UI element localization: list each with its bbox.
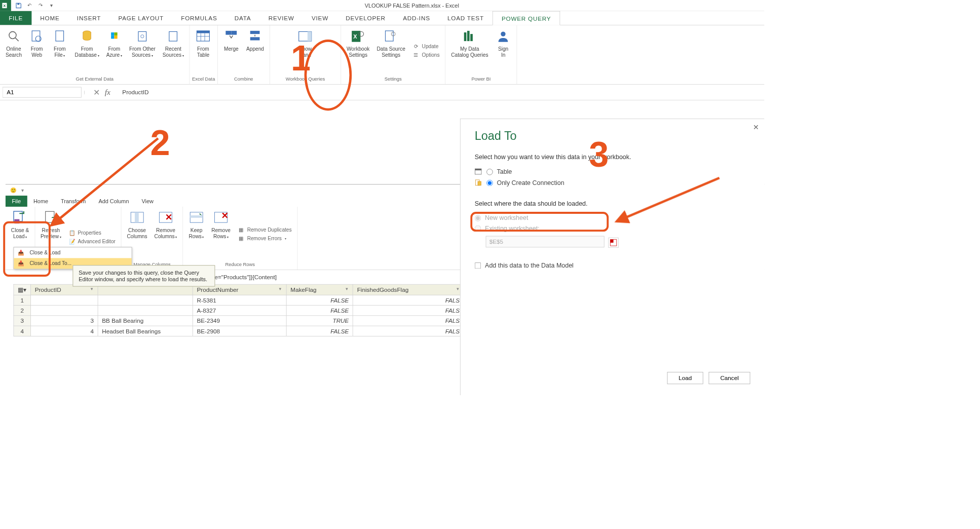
svg-text:X: X [353, 33, 357, 40]
pq-tab-file[interactable]: File [6, 196, 27, 207]
tab-page-layout[interactable]: PAGE LAYOUT [109, 11, 172, 25]
remove-duplicates-button[interactable]: ▦Remove Duplicates [238, 226, 292, 234]
table-row[interactable]: 44Headset Ball BearingsBE-2908FALSEFALS [14, 326, 464, 336]
filter-icon[interactable]: ▼ [90, 286, 94, 291]
database-icon [79, 28, 95, 44]
filter-icon[interactable]: ▼ [278, 286, 282, 291]
remove-duplicates-icon: ▦ [238, 226, 245, 234]
load-to-panel: ✕ Load To Select how you want to view th… [460, 119, 765, 395]
data-source-settings-button[interactable]: Data Source Settings [373, 27, 408, 74]
table-icon [475, 168, 483, 176]
tab-file[interactable]: FILE [0, 11, 31, 25]
cancel-formula-icon[interactable]: ✕ [93, 88, 100, 97]
tab-view[interactable]: VIEW [303, 11, 337, 25]
append-icon [247, 28, 263, 44]
from-web-button[interactable]: From Web [26, 27, 48, 74]
remove-errors-button[interactable]: ▦Remove Errors ▾ [238, 235, 292, 242]
annotation-number-1: 1 [291, 38, 311, 79]
svg-rect-16 [169, 31, 177, 41]
col-header-makeflag[interactable]: MakeFlag▼ [286, 284, 353, 295]
ribbon-tabs: FILE HOME INSERT PAGE LAYOUT FORMULAS DA… [0, 11, 765, 25]
fx-icon[interactable]: fx [105, 88, 110, 97]
merge-button[interactable]: Merge [220, 27, 243, 74]
remove-rows-button[interactable]: Remove Rows▾ [208, 208, 234, 260]
excel-logo: X [0, 0, 11, 11]
tab-home[interactable]: HOME [31, 11, 68, 25]
svg-rect-33 [464, 32, 467, 41]
name-box[interactable] [3, 87, 82, 98]
my-data-catalog-button[interactable]: My Data Catalog Queries [448, 27, 492, 74]
advanced-editor-icon: 📝 [68, 238, 76, 245]
col-header-finishedgoods[interactable]: FinishedGoodsFlag▼ [353, 284, 464, 295]
load-to-title: Load To [475, 129, 750, 143]
tab-data[interactable]: DATA [226, 11, 260, 25]
close-icon[interactable]: ✕ [753, 123, 759, 132]
window-title: VLOOKUP FALSE Pattern.xlsx - Excel [59, 2, 765, 8]
tab-formulas[interactable]: FORMULAS [172, 11, 226, 25]
other-sources-icon [134, 28, 150, 44]
web-icon [29, 28, 45, 44]
qat-undo-icon[interactable]: ↶ [25, 1, 34, 10]
qat-dropdown-icon[interactable]: ▾ [48, 1, 56, 10]
table-row[interactable]: 1R-5381FALSEFALS [14, 295, 464, 305]
data-source-icon [383, 28, 399, 44]
table-row[interactable]: 2A-8327FALSEFALS [14, 306, 464, 316]
svg-line-56 [51, 138, 158, 225]
checkbox-data-model[interactable]: Add this data to the Data Model [475, 262, 750, 269]
svg-rect-3 [17, 3, 19, 5]
from-azure-button[interactable]: From Azure▾ [103, 27, 125, 74]
grid-corner[interactable]: ▦▾ [14, 284, 31, 295]
svg-rect-47 [215, 212, 228, 222]
filter-icon[interactable]: ▼ [345, 286, 349, 291]
svg-rect-14 [138, 31, 146, 41]
svg-rect-25 [250, 37, 260, 40]
advanced-editor-button[interactable]: 📝Advanced Editor [68, 238, 116, 245]
tab-developer[interactable]: DEVELOPER [337, 11, 394, 25]
svg-rect-22 [225, 31, 231, 35]
filter-icon[interactable]: ▼ [456, 286, 460, 291]
svg-point-36 [501, 31, 505, 36]
smiley-icon[interactable]: 🙂 [10, 187, 16, 193]
cancel-button[interactable]: Cancel [709, 372, 750, 384]
table-row[interactable]: 33BB Ball BearingBE-2349TRUEFALS [14, 316, 464, 326]
from-table-button[interactable]: From Table [192, 27, 214, 74]
group-label-combine: Combine [220, 74, 268, 84]
update-icon: ⟳ [412, 43, 420, 50]
svg-line-5 [15, 38, 18, 41]
svg-rect-12 [111, 35, 114, 39]
svg-rect-11 [114, 32, 117, 35]
qat-redo-icon[interactable]: ↷ [36, 1, 45, 10]
append-button[interactable]: Append [243, 27, 267, 74]
tab-load-test[interactable]: LOAD TEST [439, 11, 493, 25]
load-button[interactable]: Load [667, 372, 703, 384]
tab-power-query[interactable]: POWER QUERY [493, 11, 560, 25]
tab-review[interactable]: REVIEW [260, 11, 303, 25]
sign-in-button[interactable]: Sign In [492, 27, 514, 74]
table-icon [195, 28, 211, 44]
from-database-button[interactable]: From Database▾ [71, 27, 102, 74]
options-button[interactable]: ☰Options [412, 52, 440, 59]
qat-save-icon[interactable] [14, 1, 23, 10]
online-search-button[interactable]: Online Search [3, 27, 25, 74]
svg-text:X: X [3, 4, 6, 8]
recent-icon [165, 28, 181, 44]
svg-point-7 [35, 36, 41, 42]
tab-addins[interactable]: ADD-INS [394, 11, 439, 25]
svg-rect-55 [610, 239, 613, 242]
keep-rows-button[interactable]: Keep Rows▾ [185, 208, 208, 260]
tab-insert[interactable]: INSERT [68, 11, 110, 25]
ribbon-power-query: Online Search From Web From File▾ From D… [0, 25, 765, 85]
remove-rows-icon [213, 210, 229, 225]
svg-line-57 [617, 178, 720, 221]
update-button[interactable]: ⟳Update [412, 43, 440, 50]
svg-rect-51 [475, 169, 481, 170]
range-picker-icon [608, 237, 618, 247]
connection-icon [475, 179, 483, 187]
svg-rect-18 [197, 31, 209, 33]
from-file-button[interactable]: From File▾ [49, 27, 71, 74]
formula-input[interactable]: ProductID [119, 87, 765, 97]
svg-rect-24 [250, 31, 260, 34]
from-other-sources-button[interactable]: From Other Sources▾ [126, 27, 159, 74]
recent-sources-button[interactable]: Recent Sources▾ [160, 27, 187, 74]
pq-qat-dropdown-icon[interactable]: ▾ [21, 187, 24, 193]
